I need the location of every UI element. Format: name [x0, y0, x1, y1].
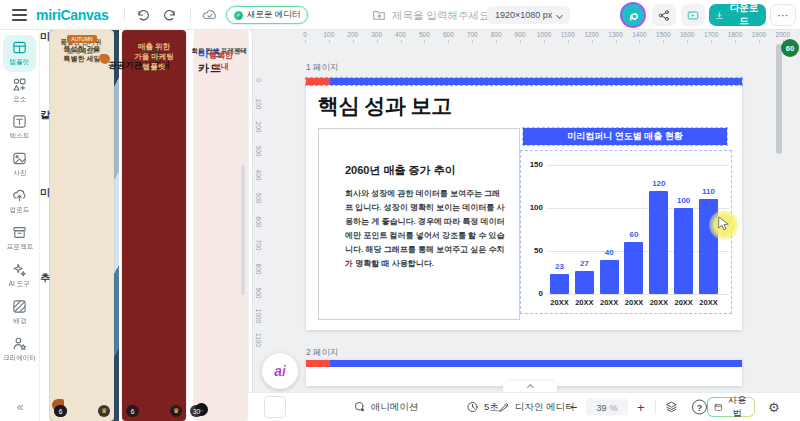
ruler-tick: [520, 40, 521, 43]
ruler-number: 500: [255, 193, 262, 204]
present-slideshow-icon[interactable]: [681, 4, 705, 26]
zoom-level[interactable]: 39 %: [586, 399, 628, 416]
undo-icon[interactable]: [136, 8, 151, 23]
slide-page-1[interactable]: 핵심 성과 보고 2060년 매출 증가 추이 회사와 성장에 관한 데이터를 …: [306, 78, 742, 330]
document-title-input[interactable]: 제목을 입력해주세요.: [392, 9, 492, 23]
top-toolbar: miriCanvas ✓ 새로운 에디터 제목을 입력해주세요. 1920×10…: [0, 0, 800, 30]
animation-icon: [353, 401, 366, 414]
page1-label: 1 페이지: [306, 62, 339, 74]
sidebar-item-photo[interactable]: 사진: [3, 146, 36, 183]
frame-counter-badge: 60: [781, 39, 799, 57]
divider: [124, 8, 125, 22]
zoom-in-button[interactable]: +: [637, 401, 645, 414]
redo-icon[interactable]: [162, 8, 177, 23]
y-axis-tick-label: 100: [521, 203, 543, 212]
bar-chart[interactable]: 0501001502320XX2720XX4020XX6020XX12020XX…: [520, 150, 732, 314]
help-icon[interactable]: ?: [692, 400, 707, 415]
chart-bar[interactable]: [600, 260, 619, 294]
sidebar-item-upload[interactable]: 업로드: [3, 183, 36, 220]
chart-bar[interactable]: [624, 242, 643, 294]
sidebar-item-ai-tools[interactable]: AI 도구: [3, 257, 36, 294]
ruler-number: 0: [303, 31, 307, 38]
move-to-folder-icon[interactable]: [372, 8, 386, 21]
template-card[interactable]: AUTUMN풍성한 가을특별한 세일6♛: [50, 199, 114, 271]
layers-button[interactable]: [665, 401, 678, 414]
sidebar-item-template[interactable]: 템플릿: [3, 35, 36, 72]
canvas-scrollbar[interactable]: [776, 44, 782, 154]
bar-value-label: 23: [555, 262, 564, 271]
canvas-area[interactable]: 0100200300400500600700800900100011001200…: [248, 30, 800, 392]
download-label: 다운로드: [728, 2, 760, 28]
ruler-number: 0: [255, 78, 262, 82]
sidebar-item-creator[interactable]: 크리에이터: [3, 331, 36, 368]
canvas-size-dropdown[interactable]: 1920×1080 px: [487, 6, 570, 24]
zoom-out-button[interactable]: −: [570, 401, 578, 414]
bar-value-label: 100: [677, 196, 690, 205]
bar-value-label: 110: [702, 187, 715, 196]
left-sidebar: 템플릿요소텍스트사진업로드프로젝트AI 도구배경크리에이터 «: [0, 30, 40, 421]
ruler-tick: [592, 40, 593, 43]
sidebar-item-label: 템플릿: [10, 57, 30, 67]
ruler-number: 1300: [608, 31, 622, 38]
template-card[interactable]: 행복한보내: [194, 199, 248, 271]
template-card[interactable]: 매출 위한가을 마케팅템플릿6♛: [122, 199, 186, 271]
template-icon: [12, 40, 27, 55]
chevron-down-icon: [556, 11, 563, 18]
divider: [190, 8, 191, 22]
elements-icon: [12, 77, 27, 92]
settings-gear-icon[interactable]: ⚙: [768, 400, 780, 415]
divider: [655, 400, 656, 414]
slide-textbox[interactable]: 2060년 매출 증가 추이 회사와 성장에 관한 데이터를 보여주는 그래프 …: [318, 128, 520, 320]
chart-bar[interactable]: [550, 274, 569, 294]
chart-bar[interactable]: [649, 191, 668, 294]
layers-icon: [665, 401, 678, 414]
sidebar-item-background[interactable]: 배경: [3, 294, 36, 331]
clock-icon: [466, 401, 479, 414]
ai-assistant-button[interactable]: ai: [262, 353, 298, 389]
timeline-expand-button[interactable]: [503, 381, 557, 392]
panel-scrollbar[interactable]: [241, 165, 245, 295]
x-axis-tick-label: 20XX: [650, 298, 668, 307]
sidebar-item-elements[interactable]: 요소: [3, 72, 36, 109]
ruler-number: 900: [255, 287, 262, 298]
usage-guide-button[interactable]: 사용법: [707, 397, 755, 417]
template-row: AUTUMN풍성한 가을특별한 세일6♛매출 위한가을 마케팅템플릿6♛행복한보…: [40, 199, 248, 271]
avatar-swirl-icon: [622, 4, 644, 26]
sidebar-item-label: 텍스트: [10, 131, 30, 141]
slide-accent-bar[interactable]: [306, 78, 742, 85]
zoom-percent: %: [610, 402, 618, 412]
new-editor-badge[interactable]: ✓ 새로운 에디터: [226, 6, 308, 24]
design-editor-button[interactable]: 디자인 에디터: [497, 401, 575, 414]
slide-title[interactable]: 핵심 성과 보고: [318, 92, 452, 120]
ruler-number: 1000: [537, 31, 551, 38]
slide-accent-bar: [306, 360, 742, 367]
avatar[interactable]: [620, 2, 646, 28]
chart-bar[interactable]: [575, 271, 594, 294]
hamburger-menu-icon[interactable]: [12, 9, 27, 21]
ruler-number: 600: [443, 31, 454, 38]
animation-label: 애니메이션: [371, 401, 419, 414]
green-dot-icon: ✓: [234, 11, 243, 20]
photo-icon: [12, 151, 27, 166]
chart-bar[interactable]: [674, 208, 693, 294]
chart-title-banner[interactable]: 미리컴퍼니 연도별 매출 현황: [523, 128, 727, 145]
share-icon[interactable]: [652, 4, 676, 26]
sidebar-item-project[interactable]: 프로젝트: [3, 220, 36, 257]
duration-button[interactable]: 5초: [466, 401, 499, 414]
ruler-tick: [663, 40, 664, 43]
more-options-icon[interactable]: ⋯: [770, 4, 796, 26]
slide-accent-bar-red: [306, 360, 330, 367]
app-logo[interactable]: miriCanvas: [36, 7, 108, 23]
sidebar-item-text[interactable]: 텍스트: [3, 109, 36, 146]
ruler-tick: [448, 40, 449, 43]
ruler-tick: [496, 40, 497, 43]
zoom-value: 39: [596, 402, 606, 412]
page-color-chip[interactable]: [264, 396, 286, 418]
y-axis-tick-label: 50: [521, 246, 543, 255]
ruler-number: 300: [371, 31, 382, 38]
ruler-tick: [353, 40, 354, 43]
animation-button[interactable]: 애니메이션: [353, 401, 419, 414]
download-button[interactable]: 다운로드: [709, 4, 766, 26]
collapse-sidebar-icon[interactable]: «: [0, 399, 40, 415]
ruler-tick: [735, 40, 736, 43]
